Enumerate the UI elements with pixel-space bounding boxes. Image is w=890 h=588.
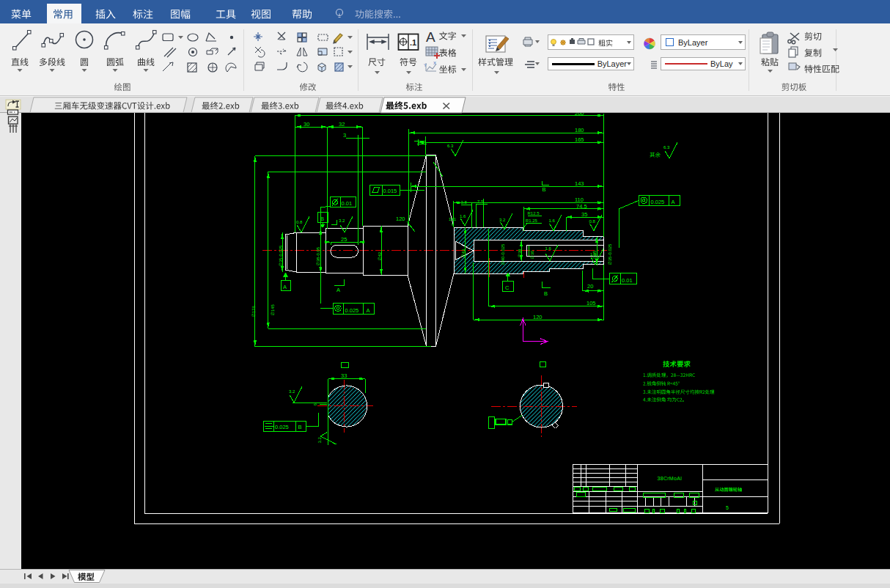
- svg-text:101: 101: [449, 217, 457, 221]
- svg-text:74.5: 74.5: [576, 203, 587, 210]
- svg-text:3.2: 3.2: [339, 218, 345, 223]
- svg-text:38CrMoAl: 38CrMoAl: [658, 476, 683, 481]
- svg-text:30: 30: [304, 121, 309, 128]
- svg-text:120: 120: [533, 314, 543, 320]
- svg-text:B: B: [320, 216, 324, 222]
- svg-text:A: A: [367, 307, 370, 314]
- svg-text:143: 143: [575, 180, 584, 187]
- svg-text:∅25: ∅25: [592, 250, 597, 260]
- svg-text:0.025: 0.025: [275, 424, 289, 430]
- svg-text:32: 32: [339, 121, 345, 128]
- svg-text:0.8: 0.8: [589, 219, 596, 224]
- svg-text:A: A: [283, 284, 287, 290]
- svg-text:∅30: ∅30: [530, 250, 534, 260]
- svg-text:∅35-0.025: ∅35-0.025: [279, 245, 283, 267]
- svg-text:1.6: 1.6: [545, 246, 552, 251]
- svg-text:5: 5: [726, 505, 729, 510]
- svg-text:20: 20: [587, 283, 593, 290]
- svg-text:3.2: 3.2: [499, 218, 506, 222]
- svg-text:∅35-0.025: ∅35-0.025: [608, 243, 612, 265]
- svg-text:1.6: 1.6: [460, 214, 466, 218]
- svg-text:∅38-0.05: ∅38-0.05: [316, 246, 320, 265]
- svg-text:∅40-0.025: ∅40-0.025: [501, 243, 505, 265]
- svg-text:0.01: 0.01: [342, 200, 353, 207]
- svg-text:180: 180: [575, 127, 584, 133]
- svg-text:200: 200: [575, 113, 584, 117]
- svg-text:R1.25: R1.25: [526, 218, 538, 223]
- svg-text:33: 33: [341, 372, 347, 379]
- svg-text:A: A: [336, 287, 340, 293]
- svg-text:3.8: 3.8: [461, 200, 468, 205]
- svg-text:0: 0: [452, 222, 455, 227]
- svg-text:C: C: [505, 284, 510, 291]
- svg-text:∅42: ∅42: [378, 251, 382, 261]
- svg-text:∅38: ∅38: [518, 249, 522, 258]
- svg-text:1.6: 1.6: [549, 218, 556, 223]
- svg-text:7.5: 7.5: [477, 199, 484, 204]
- svg-text:0.8: 0.8: [296, 220, 303, 224]
- svg-text:0.025: 0.025: [651, 199, 665, 205]
- svg-text:6: 6: [313, 403, 317, 406]
- svg-text:R12.5: R12.5: [528, 211, 540, 216]
- svg-text:0.015: 0.015: [383, 188, 397, 194]
- svg-text:3.2: 3.2: [289, 389, 295, 394]
- svg-text:0.01: 0.01: [622, 277, 633, 284]
- svg-text:∅43: ∅43: [461, 249, 466, 258]
- svg-text:120: 120: [396, 216, 405, 222]
- svg-text:0.025: 0.025: [345, 307, 359, 314]
- svg-text:∅145: ∅145: [271, 304, 275, 316]
- svg-text:35: 35: [581, 211, 587, 218]
- svg-text:105: 105: [586, 300, 596, 306]
- svg-text:B: B: [544, 290, 548, 297]
- svg-text:6.3: 6.3: [663, 145, 670, 150]
- svg-text:25: 25: [341, 236, 347, 243]
- svg-text:3.2: 3.2: [317, 436, 322, 443]
- svg-text:B: B: [298, 424, 302, 430]
- svg-text:B: B: [543, 186, 546, 193]
- svg-text:3: 3: [343, 132, 346, 139]
- svg-text:165: 165: [575, 136, 584, 143]
- svg-text:A: A: [672, 199, 675, 205]
- svg-text:6.3: 6.3: [447, 144, 454, 148]
- svg-text:∅176: ∅176: [251, 306, 256, 317]
